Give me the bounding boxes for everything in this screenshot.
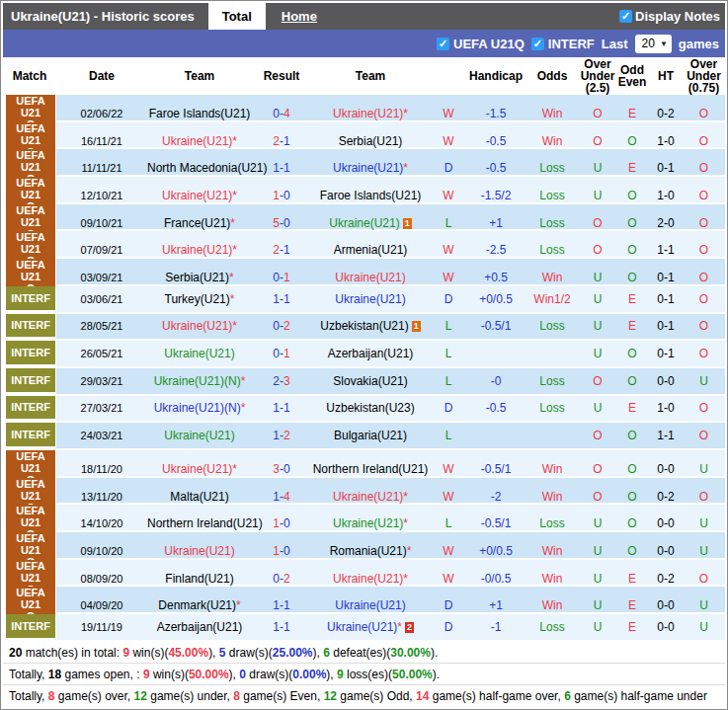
date-cell: 07/09/21 bbox=[56, 244, 147, 256]
over-under-075-value: U bbox=[699, 544, 708, 558]
odd-even-value: E bbox=[628, 401, 636, 415]
odd-even-value: O bbox=[627, 462, 636, 476]
team-name: Serbia(U21) bbox=[165, 271, 229, 284]
team-name: Ukraine(U21) bbox=[162, 134, 232, 148]
handicap-value: +0/0.5 bbox=[479, 292, 513, 306]
home-team-cell: Ukraine(U21)* bbox=[147, 134, 252, 148]
handicap-cell: -2 bbox=[467, 490, 525, 504]
over-under-25-value: O bbox=[593, 490, 602, 504]
match-row: UEFA U21Q07/09/21Ukraine(U21)*2-1Armenia… bbox=[3, 231, 725, 259]
match-row: UEFA U21Q08/09/20Finland(U21)0-2Ukraine(… bbox=[3, 560, 725, 588]
over-under-25-cell: U bbox=[580, 598, 615, 612]
odd-even-value: E bbox=[628, 572, 636, 586]
table-body: UEFA U21Q02/06/22Faroe Islands(U21)0-4Uk… bbox=[3, 95, 725, 642]
over-under-075-value: O bbox=[699, 292, 708, 306]
handicap-value: -0.5 bbox=[486, 134, 507, 148]
chevron-down-icon: ▼ bbox=[660, 39, 668, 48]
result-letter-cell: W bbox=[430, 490, 467, 504]
result-letter-cell: L bbox=[430, 347, 467, 360]
score-cell: 1-0 bbox=[252, 516, 311, 530]
summary-line-3: Totally, 8 game(s) over, 12 game(s) unde… bbox=[3, 685, 725, 707]
over-under-075-value: O bbox=[699, 490, 708, 504]
result-letter: W bbox=[443, 243, 453, 257]
handicap-value: -0.5/1 bbox=[481, 319, 512, 333]
odds-value: Win bbox=[542, 107, 563, 120]
away-score: 1 bbox=[283, 271, 290, 284]
display-notes-checkbox[interactable]: ✓ bbox=[619, 10, 632, 23]
over-under-075-value: O bbox=[699, 243, 708, 257]
away-team-cell: Bulgaria(U21) bbox=[311, 429, 430, 442]
ht-cell: 0-1 bbox=[649, 319, 683, 333]
home-team-cell: Ukraine(U21) bbox=[147, 544, 252, 558]
home-team-cell: Ukraine(U21)* bbox=[147, 462, 252, 476]
competition-cell: INTERF bbox=[3, 286, 56, 312]
odds-value: Win bbox=[542, 462, 563, 476]
away-score: 2 bbox=[283, 319, 290, 333]
away-team-cell: Serbia(U21) bbox=[311, 134, 430, 148]
star-mark: * bbox=[232, 462, 237, 476]
summary-line-1: 20 match(es) in total: 9 win(s)(45.00%),… bbox=[3, 642, 725, 664]
away-score: 2 bbox=[283, 572, 290, 586]
filter-uefa: ✓ UEFA U21Q bbox=[437, 37, 525, 51]
odd-even-value: E bbox=[628, 161, 636, 175]
away-score: 0 bbox=[283, 462, 290, 476]
summary-segment: game(s) half-game under bbox=[571, 689, 707, 703]
odd-even-cell: E bbox=[615, 620, 649, 634]
ht-cell: 1-1 bbox=[649, 243, 683, 257]
odd-even-value: E bbox=[628, 107, 636, 120]
odds-value: Win bbox=[542, 271, 563, 284]
summary-segment: ), bbox=[229, 668, 240, 681]
home-score: 0 bbox=[273, 107, 280, 120]
date-cell: 08/09/20 bbox=[56, 573, 147, 585]
summary-segment: 6 bbox=[323, 646, 330, 660]
display-notes-label: Display Notes bbox=[635, 9, 720, 24]
over-under-075-cell: O bbox=[683, 401, 725, 415]
handicap-value: +0/0.5 bbox=[479, 544, 513, 558]
tab-total[interactable]: Total bbox=[208, 3, 266, 30]
tab-home[interactable]: Home bbox=[282, 3, 317, 30]
odds-cell: Loss bbox=[525, 189, 580, 202]
home-team-cell: Turkey(U21)* bbox=[147, 292, 252, 306]
odd-even-cell: E bbox=[615, 401, 649, 415]
interf-checkbox-label: INTERF bbox=[548, 37, 595, 51]
over-under-075-cell: U bbox=[683, 462, 725, 476]
home-score: 5 bbox=[273, 216, 280, 230]
odd-even-cell: O bbox=[615, 429, 649, 442]
over-under-25-cell: U bbox=[580, 572, 615, 586]
interf-checkbox[interactable]: ✓ bbox=[531, 38, 544, 50]
handicap-value: -1 bbox=[491, 620, 502, 634]
team-name: Ukraine(U21) bbox=[164, 544, 234, 558]
odd-even-cell: O bbox=[615, 134, 649, 148]
result-letter-cell: D bbox=[430, 598, 467, 612]
over-under-25-value: U bbox=[594, 161, 603, 175]
handicap-cell: +0/0.5 bbox=[467, 544, 525, 558]
team-name: Ukraine(U21) bbox=[329, 216, 399, 230]
summary-segment: 6 bbox=[564, 689, 571, 703]
ht-cell: 1-0 bbox=[649, 134, 683, 148]
date-cell: 26/05/21 bbox=[56, 348, 147, 359]
team-name: Uzbekistan(U21) bbox=[320, 319, 408, 333]
games-count-select[interactable]: 20 ▼ bbox=[635, 35, 672, 53]
home-team-cell: Northern Ireland(U21) bbox=[147, 516, 252, 530]
score-cell: 1-4 bbox=[252, 490, 311, 504]
summary-segment: 50.00% bbox=[392, 668, 433, 681]
result-letter-cell: L bbox=[430, 429, 467, 442]
odd-even-cell: E bbox=[615, 292, 649, 306]
col-ht: HT bbox=[649, 70, 683, 82]
handicap-cell: -0 bbox=[467, 374, 525, 388]
odd-even-cell: O bbox=[615, 544, 649, 558]
away-team-cell: Slovakia(U21) bbox=[311, 374, 430, 388]
odd-even-cell: E bbox=[615, 572, 649, 586]
home-score: 0 bbox=[273, 347, 280, 360]
handicap-value: -1.5/2 bbox=[481, 189, 512, 202]
odd-even-value: O bbox=[627, 490, 636, 504]
ht-cell: 0-1 bbox=[649, 271, 683, 284]
date-cell: 19/11/19 bbox=[56, 621, 147, 633]
odd-even-cell: E bbox=[615, 598, 649, 612]
home-score: 1 bbox=[273, 598, 280, 612]
summary-segment: draw(s)( bbox=[225, 646, 272, 660]
ht-cell: 0-0 bbox=[649, 598, 683, 612]
away-team-cell: Ukraine(U21)* bbox=[311, 490, 430, 504]
uefa-checkbox[interactable]: ✓ bbox=[437, 38, 449, 50]
col-odd-even: Odd Even bbox=[617, 64, 647, 88]
